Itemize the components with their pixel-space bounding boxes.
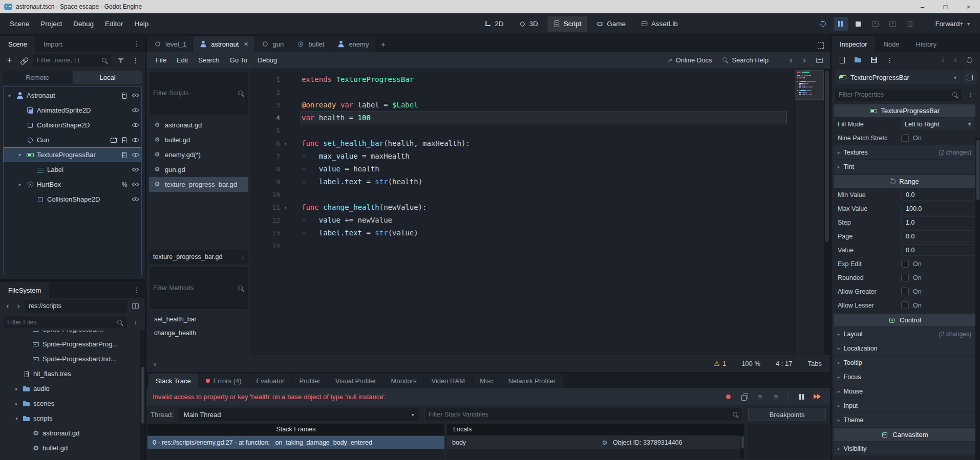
debugger-tab-video-ram[interactable]: Video RAM xyxy=(424,374,472,388)
debugger-tab-visual-profiler[interactable]: Visual Profiler xyxy=(328,374,384,388)
minimize-button[interactable]: – xyxy=(911,0,934,13)
code-scrollbar[interactable] xyxy=(824,69,830,355)
property-group-input[interactable]: ▸Input xyxy=(834,399,975,412)
file-tree-row[interactable]: hit_flash.tres xyxy=(0,366,145,381)
tab-filesystem[interactable]: FileSystem xyxy=(0,282,49,298)
indent-mode[interactable]: Tabs xyxy=(808,360,822,367)
debugger-tab-network-profiler[interactable]: Network Profiler xyxy=(501,374,563,388)
eye-icon[interactable] xyxy=(131,106,139,115)
debugger-tab-evaluator[interactable]: Evaluator xyxy=(249,374,292,388)
add-node-button[interactable]: + xyxy=(3,54,16,67)
breakpoints-button[interactable]: Breakpoints xyxy=(748,408,826,421)
percent-icon[interactable]: % xyxy=(120,181,129,189)
scene-tree-row[interactable]: AnimatedSprite2D xyxy=(4,103,141,118)
checkbox[interactable] xyxy=(901,260,909,268)
scene-icon[interactable] xyxy=(110,136,118,144)
stop-button[interactable] xyxy=(851,17,865,31)
debugger-tab-monitors[interactable]: Monitors xyxy=(384,374,424,388)
method-item[interactable]: change_health xyxy=(149,326,248,340)
filter-files-input[interactable] xyxy=(7,319,114,326)
eye-icon[interactable] xyxy=(131,136,139,144)
toggle-split-mode-button[interactable] xyxy=(129,300,142,313)
property-group-mouse[interactable]: ▸Mouse xyxy=(834,384,975,398)
script-list-item[interactable]: ⚙astronaut.gd xyxy=(149,118,248,133)
script-tab-astronaut[interactable]: astronaut× xyxy=(193,36,254,52)
eye-icon[interactable] xyxy=(131,181,139,189)
inspector-scrollbar[interactable] xyxy=(975,138,980,460)
close-button[interactable]: × xyxy=(957,0,980,13)
workspace-game[interactable]: Game xyxy=(590,16,632,32)
number-field[interactable]: 0.0 xyxy=(901,189,974,201)
break-button[interactable] xyxy=(795,390,808,403)
new-resource-button[interactable] xyxy=(836,54,848,67)
menu-edit[interactable]: Edit xyxy=(172,54,193,67)
close-tab-icon[interactable]: × xyxy=(244,40,248,48)
property-group-visibility[interactable]: ▸Visibility xyxy=(834,442,975,455)
debugger-tab-errors-4[interactable]: Errors (4) xyxy=(199,374,249,388)
property-group-theme[interactable]: ▸Theme xyxy=(834,413,975,427)
object-selector[interactable]: TextureProgressBar ▾ xyxy=(835,70,961,84)
maximize-button[interactable]: □ xyxy=(934,0,957,13)
property-group-focus[interactable]: ▸Focus xyxy=(834,370,975,384)
tab-import[interactable]: Import xyxy=(35,36,71,52)
pause-button[interactable] xyxy=(834,17,848,31)
inspector-forward-button[interactable]: › xyxy=(951,54,960,66)
property-dropdown[interactable]: Left to Right▾ xyxy=(901,118,974,130)
tab-inspector[interactable]: Inspector xyxy=(832,36,875,52)
code-minimap[interactable] xyxy=(794,69,824,355)
property-group-textures[interactable]: ▸Textures(2 changes) xyxy=(834,145,975,159)
resource-menu-button[interactable]: ⋮ xyxy=(883,54,896,67)
menu-editor[interactable]: Editor xyxy=(99,16,129,32)
number-field[interactable]: 0.0 xyxy=(901,244,974,256)
tab-history[interactable]: History xyxy=(908,36,945,52)
workspace-2d[interactable]: 2D xyxy=(478,16,509,32)
scene-tree-row[interactable]: CollisionShape2D xyxy=(4,118,141,133)
checkbox[interactable] xyxy=(901,274,909,281)
play-scene-button[interactable] xyxy=(868,17,883,31)
tab-scene[interactable]: Scene xyxy=(0,36,35,52)
file-tree-row[interactable]: Sprite-Progressbar... xyxy=(0,331,145,337)
warnings-indicator[interactable]: ⚠ 1 xyxy=(714,360,726,367)
script-list-item[interactable]: ⚙bullet.gd xyxy=(149,133,248,147)
eye-icon[interactable] xyxy=(131,166,139,174)
filter-methods-input[interactable] xyxy=(153,284,235,292)
debugger-tab-misc[interactable]: Misc xyxy=(473,374,501,388)
load-resource-button[interactable] xyxy=(851,54,864,67)
scene-tree-row[interactable]: Gun xyxy=(4,133,141,147)
filter-options-button[interactable] xyxy=(114,54,127,67)
scrollbar-thumb[interactable] xyxy=(141,367,144,424)
script-history-forward-button[interactable]: › xyxy=(800,54,809,67)
file-tree-row[interactable]: ▸audio xyxy=(0,381,145,396)
distraction-free-button[interactable] xyxy=(814,39,827,52)
scrollbar-thumb[interactable] xyxy=(825,71,829,242)
number-field[interactable]: 0.0 xyxy=(901,230,974,242)
file-tree-row[interactable]: ⚙astronaut.gd xyxy=(0,426,145,441)
script-list-item[interactable]: ⚙gun.gd xyxy=(149,162,248,177)
collapse-errors-button[interactable]: ≡ xyxy=(770,390,782,403)
inspector-back-button[interactable]: ‹ xyxy=(939,54,948,66)
fold-toggle-icon[interactable]: ▾ xyxy=(284,205,295,210)
play-custom-scene-button[interactable] xyxy=(886,17,900,31)
script-tab-enemy[interactable]: enemy xyxy=(331,36,375,52)
collapse-icon[interactable]: ▸ xyxy=(13,386,20,391)
property-group-tooltip[interactable]: ▸Tooltip xyxy=(834,356,975,369)
eye-icon[interactable] xyxy=(131,121,139,129)
script-icon[interactable] xyxy=(120,151,129,159)
restart-button[interactable] xyxy=(816,17,830,31)
collapse-icon[interactable]: ▸ xyxy=(13,401,20,406)
expand-errors-button[interactable]: ≡ xyxy=(754,390,766,403)
history-back-button[interactable]: ‹ xyxy=(3,300,12,312)
workspace-script[interactable]: Script xyxy=(547,16,588,32)
collapse-icon[interactable]: ▾ xyxy=(6,93,13,98)
local-variable-row[interactable]: bodyObject ID: 33789314406 xyxy=(447,436,744,449)
menu-scene[interactable]: Scene xyxy=(4,16,35,32)
checkbox[interactable] xyxy=(901,134,909,142)
scene-tree-row[interactable]: CollisionShape2D xyxy=(4,192,141,207)
stack-frame-row[interactable]: 0 - res://scripts/enemy.gd:27 - at funct… xyxy=(147,436,444,449)
dock-menu-icon[interactable]: ⋮ xyxy=(129,286,145,294)
workspace-assetlib[interactable]: AssetLib xyxy=(635,16,684,32)
filesystem-scrollbar[interactable] xyxy=(140,331,145,460)
menu-debug[interactable]: Debug xyxy=(68,16,99,32)
history-forward-button[interactable]: › xyxy=(14,300,23,312)
property-order-button[interactable]: ↕ xyxy=(964,89,977,101)
